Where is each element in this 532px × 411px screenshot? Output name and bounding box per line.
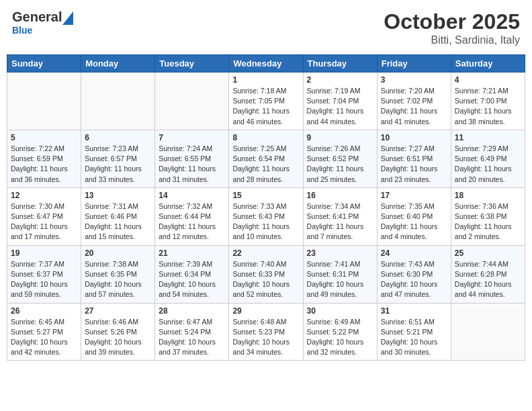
day-number: 31 xyxy=(381,306,447,316)
day-number: 18 xyxy=(455,191,521,200)
calendar-cell: 23Sunrise: 7:41 AM Sunset: 6:31 PM Dayli… xyxy=(303,245,377,303)
logo-blue-text: Blue xyxy=(12,25,32,36)
calendar-cell: 27Sunrise: 6:46 AM Sunset: 5:26 PM Dayli… xyxy=(81,303,155,361)
day-info: Sunrise: 7:31 AM Sunset: 6:46 PM Dayligh… xyxy=(85,201,151,242)
calendar-week-3: 12Sunrise: 7:30 AM Sunset: 6:47 PM Dayli… xyxy=(7,187,525,245)
calendar-cell: 5Sunrise: 7:22 AM Sunset: 6:59 PM Daylig… xyxy=(7,130,81,187)
day-number: 17 xyxy=(381,191,447,200)
day-info: Sunrise: 7:18 AM Sunset: 7:05 PM Dayligh… xyxy=(232,86,299,127)
calendar-week-4: 19Sunrise: 7:37 AM Sunset: 6:37 PM Dayli… xyxy=(7,245,525,303)
calendar-cell: 24Sunrise: 7:43 AM Sunset: 6:30 PM Dayli… xyxy=(377,245,451,303)
day-number: 27 xyxy=(85,306,151,316)
calendar-cell: 7Sunrise: 7:24 AM Sunset: 6:55 PM Daylig… xyxy=(155,130,229,187)
day-number: 6 xyxy=(85,133,151,142)
logo-triangle-icon xyxy=(62,11,73,25)
day-info: Sunrise: 7:41 AM Sunset: 6:31 PM Dayligh… xyxy=(307,259,373,300)
day-number: 19 xyxy=(11,248,77,258)
day-number: 26 xyxy=(11,306,77,316)
day-info: Sunrise: 7:43 AM Sunset: 6:30 PM Dayligh… xyxy=(381,259,447,300)
title-block: October 2025 Bitti, Sardinia, Italy xyxy=(384,9,520,46)
calendar-cell: 8Sunrise: 7:25 AM Sunset: 6:54 PM Daylig… xyxy=(229,130,303,187)
day-number: 29 xyxy=(232,306,299,316)
day-info: Sunrise: 7:39 AM Sunset: 6:34 PM Dayligh… xyxy=(159,259,225,300)
day-number: 15 xyxy=(232,191,299,200)
calendar-cell: 26Sunrise: 6:45 AM Sunset: 5:27 PM Dayli… xyxy=(7,303,81,361)
calendar-cell: 30Sunrise: 6:49 AM Sunset: 5:22 PM Dayli… xyxy=(303,303,377,361)
calendar-week-5: 26Sunrise: 6:45 AM Sunset: 5:27 PM Dayli… xyxy=(7,303,525,361)
calendar-week-1: 1Sunrise: 7:18 AM Sunset: 7:05 PM Daylig… xyxy=(7,73,525,130)
day-info: Sunrise: 7:27 AM Sunset: 6:51 PM Dayligh… xyxy=(381,144,447,185)
calendar-week-2: 5Sunrise: 7:22 AM Sunset: 6:59 PM Daylig… xyxy=(7,130,525,187)
weekday-header-friday: Friday xyxy=(377,55,451,73)
day-info: Sunrise: 7:40 AM Sunset: 6:33 PM Dayligh… xyxy=(232,259,299,300)
svg-marker-0 xyxy=(62,11,73,25)
day-info: Sunrise: 7:21 AM Sunset: 7:00 PM Dayligh… xyxy=(455,86,521,127)
calendar-cell xyxy=(155,73,229,130)
day-number: 30 xyxy=(307,306,373,316)
calendar-cell: 28Sunrise: 6:47 AM Sunset: 5:24 PM Dayli… xyxy=(155,303,229,361)
logo-general-black: General xyxy=(12,9,62,24)
calendar-cell: 10Sunrise: 7:27 AM Sunset: 6:51 PM Dayli… xyxy=(377,130,451,187)
day-info: Sunrise: 7:36 AM Sunset: 6:38 PM Dayligh… xyxy=(455,201,521,242)
day-info: Sunrise: 7:33 AM Sunset: 6:43 PM Dayligh… xyxy=(232,201,299,242)
day-number: 4 xyxy=(455,75,521,85)
day-info: Sunrise: 6:48 AM Sunset: 5:23 PM Dayligh… xyxy=(232,317,299,358)
logo: General Blue xyxy=(12,9,74,36)
day-info: Sunrise: 7:20 AM Sunset: 7:02 PM Dayligh… xyxy=(381,86,447,127)
day-info: Sunrise: 7:35 AM Sunset: 6:40 PM Dayligh… xyxy=(381,201,447,242)
day-number: 22 xyxy=(232,248,299,258)
day-info: Sunrise: 7:44 AM Sunset: 6:28 PM Dayligh… xyxy=(455,259,521,300)
day-number: 12 xyxy=(11,191,77,200)
calendar-header-row: SundayMondayTuesdayWednesdayThursdayFrid… xyxy=(7,55,525,73)
day-number: 8 xyxy=(232,133,299,142)
day-info: Sunrise: 7:23 AM Sunset: 6:57 PM Dayligh… xyxy=(85,144,151,185)
calendar-cell: 1Sunrise: 7:18 AM Sunset: 7:05 PM Daylig… xyxy=(229,73,303,130)
weekday-header-monday: Monday xyxy=(81,55,155,73)
day-number: 9 xyxy=(307,133,373,142)
location-text: Bitti, Sardinia, Italy xyxy=(384,34,520,46)
day-info: Sunrise: 7:34 AM Sunset: 6:41 PM Dayligh… xyxy=(307,201,373,242)
calendar-cell: 15Sunrise: 7:33 AM Sunset: 6:43 PM Dayli… xyxy=(229,187,303,245)
day-number: 11 xyxy=(455,133,521,142)
calendar-cell: 29Sunrise: 6:48 AM Sunset: 5:23 PM Dayli… xyxy=(229,303,303,361)
day-number: 25 xyxy=(455,248,521,258)
calendar-cell: 22Sunrise: 7:40 AM Sunset: 6:33 PM Dayli… xyxy=(229,245,303,303)
calendar-cell xyxy=(7,73,81,130)
calendar-cell: 3Sunrise: 7:20 AM Sunset: 7:02 PM Daylig… xyxy=(377,73,451,130)
day-info: Sunrise: 7:25 AM Sunset: 6:54 PM Dayligh… xyxy=(232,144,299,185)
day-number: 3 xyxy=(381,75,447,85)
calendar-cell xyxy=(81,73,155,130)
day-number: 16 xyxy=(307,191,373,200)
day-info: Sunrise: 7:29 AM Sunset: 6:49 PM Dayligh… xyxy=(455,144,521,185)
day-number: 21 xyxy=(159,248,225,258)
day-info: Sunrise: 6:49 AM Sunset: 5:22 PM Dayligh… xyxy=(307,317,373,358)
day-info: Sunrise: 7:37 AM Sunset: 6:37 PM Dayligh… xyxy=(11,259,77,300)
day-info: Sunrise: 7:26 AM Sunset: 6:52 PM Dayligh… xyxy=(307,144,373,185)
calendar-cell: 20Sunrise: 7:38 AM Sunset: 6:35 PM Dayli… xyxy=(81,245,155,303)
day-info: Sunrise: 7:30 AM Sunset: 6:47 PM Dayligh… xyxy=(11,201,77,242)
calendar-cell: 19Sunrise: 7:37 AM Sunset: 6:37 PM Dayli… xyxy=(7,245,81,303)
day-info: Sunrise: 7:32 AM Sunset: 6:44 PM Dayligh… xyxy=(159,201,225,242)
logo-general-text: General xyxy=(12,9,74,25)
calendar-cell: 13Sunrise: 7:31 AM Sunset: 6:46 PM Dayli… xyxy=(81,187,155,245)
calendar-cell: 18Sunrise: 7:36 AM Sunset: 6:38 PM Dayli… xyxy=(451,187,525,245)
calendar-cell: 6Sunrise: 7:23 AM Sunset: 6:57 PM Daylig… xyxy=(81,130,155,187)
month-title: October 2025 xyxy=(384,9,520,34)
calendar-cell: 2Sunrise: 7:19 AM Sunset: 7:04 PM Daylig… xyxy=(303,73,377,130)
day-number: 23 xyxy=(307,248,373,258)
weekday-header-tuesday: Tuesday xyxy=(155,55,229,73)
page-header: General Blue October 2025 Bitti, Sardini… xyxy=(7,7,525,49)
calendar-cell xyxy=(451,303,525,361)
calendar-cell: 17Sunrise: 7:35 AM Sunset: 6:40 PM Dayli… xyxy=(377,187,451,245)
weekday-header-thursday: Thursday xyxy=(303,55,377,73)
calendar-cell: 11Sunrise: 7:29 AM Sunset: 6:49 PM Dayli… xyxy=(451,130,525,187)
day-number: 1 xyxy=(232,75,299,85)
day-info: Sunrise: 6:46 AM Sunset: 5:26 PM Dayligh… xyxy=(85,317,151,358)
calendar-cell: 4Sunrise: 7:21 AM Sunset: 7:00 PM Daylig… xyxy=(451,73,525,130)
calendar-cell: 25Sunrise: 7:44 AM Sunset: 6:28 PM Dayli… xyxy=(451,245,525,303)
day-number: 14 xyxy=(159,191,225,200)
day-number: 5 xyxy=(11,133,77,142)
day-info: Sunrise: 7:22 AM Sunset: 6:59 PM Dayligh… xyxy=(11,144,77,185)
calendar-table: SundayMondayTuesdayWednesdayThursdayFrid… xyxy=(7,54,525,361)
calendar-cell: 14Sunrise: 7:32 AM Sunset: 6:44 PM Dayli… xyxy=(155,187,229,245)
